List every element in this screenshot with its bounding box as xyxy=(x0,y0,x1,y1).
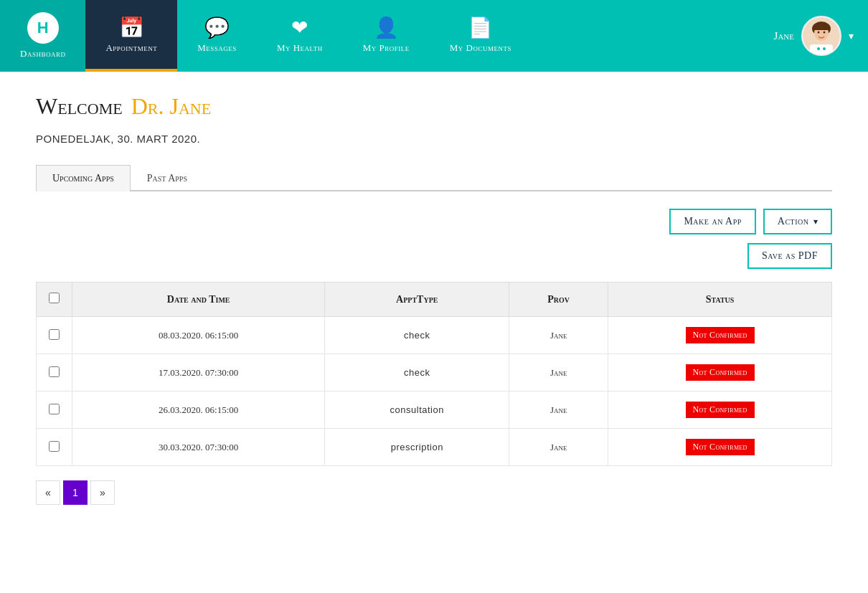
row-type-2: consultation xyxy=(325,392,509,429)
mydocuments-icon: 📄 xyxy=(468,18,493,38)
welcome-prefix: Welcome xyxy=(36,93,123,120)
messages-icon: 💬 xyxy=(204,18,230,38)
nav-item-myhealth[interactable]: ❤ My Health xyxy=(257,0,343,72)
row-date-2: 26.03.2020. 06:15:00 xyxy=(72,392,325,429)
nav-label-myprofile: My Profile xyxy=(363,42,410,54)
row-type-3: prescription xyxy=(325,429,509,466)
status-badge-2: Not Confirmed xyxy=(686,402,755,418)
table-row: 30.03.2020. 07:30:00 prescription Jane N… xyxy=(37,429,832,466)
make-app-button[interactable]: Make an App xyxy=(669,209,755,234)
row-prov-3: Jane xyxy=(509,429,608,466)
nav-item-dashboard[interactable]: H Dashboard xyxy=(0,0,85,72)
row-checkbox-cell xyxy=(37,392,72,429)
row-type-0: check xyxy=(325,317,509,354)
svg-point-6 xyxy=(818,32,820,34)
current-date: Ponedeljak, 30. mart 2020. xyxy=(36,133,832,145)
row-checkbox-1[interactable] xyxy=(49,366,60,377)
col-header-appt-type: ApptType xyxy=(325,283,509,317)
appointment-icon: 📅 xyxy=(119,18,144,38)
row-checkbox-cell xyxy=(37,429,72,466)
nav-label-appointment: Appointment xyxy=(105,42,157,54)
pagination-page-1[interactable]: 1 xyxy=(63,480,88,505)
nav-item-mydocuments[interactable]: 📄 My Documents xyxy=(430,0,532,72)
tab-upcoming[interactable]: Upcoming Apps xyxy=(36,165,131,191)
col-header-status: Status xyxy=(608,283,832,317)
myhealth-icon: ❤ xyxy=(291,18,308,38)
nav-label-messages: Messages xyxy=(197,42,237,54)
welcome-name: Dr. Jane xyxy=(131,93,211,120)
welcome-section: Welcome Dr. Jane xyxy=(36,93,832,120)
col-header-date-time: Date and Time xyxy=(72,283,325,317)
row-date-1: 17.03.2020. 07:30:00 xyxy=(72,354,325,392)
status-badge-1: Not Confirmed xyxy=(686,364,755,381)
row-checkbox-2[interactable] xyxy=(49,404,60,414)
row-checkbox-0[interactable] xyxy=(49,329,60,340)
row-status-0: Not Confirmed xyxy=(608,317,832,354)
select-all-checkbox[interactable] xyxy=(49,293,60,303)
col-header-checkbox xyxy=(37,283,72,317)
table-row: 17.03.2020. 07:30:00 check Jane Not Conf… xyxy=(37,354,832,392)
row-prov-1: Jane xyxy=(509,354,608,392)
pagination-next[interactable]: » xyxy=(90,480,115,505)
main-nav: H Dashboard 📅 Appointment 💬 Messages ❤ M… xyxy=(0,0,868,72)
nav-item-appointment[interactable]: 📅 Appointment xyxy=(85,0,177,72)
myprofile-icon: 👤 xyxy=(374,18,399,38)
avatar xyxy=(801,16,841,56)
nav-label-mydocuments: My Documents xyxy=(450,42,511,54)
row-prov-2: Jane xyxy=(509,392,608,429)
save-row: Save as PDF xyxy=(36,243,832,269)
user-menu[interactable]: Jane ▾ xyxy=(760,0,868,72)
save-pdf-button[interactable]: Save as PDF xyxy=(747,243,832,269)
nav-item-myprofile[interactable]: 👤 My Profile xyxy=(343,0,430,72)
nav-label-dashboard: Dashboard xyxy=(20,48,65,60)
table-row: 26.03.2020. 06:15:00 consultation Jane N… xyxy=(37,392,832,429)
appointment-tabs: Upcoming Apps Past Apps xyxy=(36,165,832,191)
nav-item-messages[interactable]: 💬 Messages xyxy=(177,0,257,72)
svg-point-4 xyxy=(817,47,820,50)
action-caret-icon: ▾ xyxy=(813,217,819,227)
user-name: Jane xyxy=(774,30,794,42)
dashboard-logo: H xyxy=(27,12,59,44)
svg-rect-3 xyxy=(810,44,833,54)
row-status-2: Not Confirmed xyxy=(608,392,832,429)
row-type-1: check xyxy=(325,354,509,392)
row-prov-0: Jane xyxy=(509,317,608,354)
status-badge-0: Not Confirmed xyxy=(686,327,755,343)
row-date-3: 30.03.2020. 07:30:00 xyxy=(72,429,325,466)
pagination: « 1 » xyxy=(36,480,832,505)
user-caret-icon: ▾ xyxy=(849,30,854,42)
row-checkbox-cell xyxy=(37,317,72,354)
row-status-3: Not Confirmed xyxy=(608,429,832,466)
pagination-prev[interactable]: « xyxy=(36,480,60,505)
col-header-prov: Prov xyxy=(509,283,608,317)
action-button[interactable]: Action ▾ xyxy=(763,209,832,234)
tab-past[interactable]: Past Apps xyxy=(131,165,204,191)
row-checkbox-3[interactable] xyxy=(49,441,60,452)
status-badge-3: Not Confirmed xyxy=(686,439,755,455)
row-status-1: Not Confirmed xyxy=(608,354,832,392)
table-row: 08.03.2020. 06:15:00 check Jane Not Conf… xyxy=(37,317,832,354)
nav-label-myhealth: My Health xyxy=(277,42,323,54)
action-row: Make an App Action ▾ xyxy=(36,209,832,234)
main-content: Welcome Dr. Jane Ponedeljak, 30. mart 20… xyxy=(0,72,868,593)
row-checkbox-cell xyxy=(37,354,72,392)
appointments-table: Date and Time ApptType Prov Status 08.03… xyxy=(36,282,832,466)
svg-point-5 xyxy=(823,47,826,50)
row-date-0: 08.03.2020. 06:15:00 xyxy=(72,317,325,354)
svg-point-7 xyxy=(824,32,826,34)
